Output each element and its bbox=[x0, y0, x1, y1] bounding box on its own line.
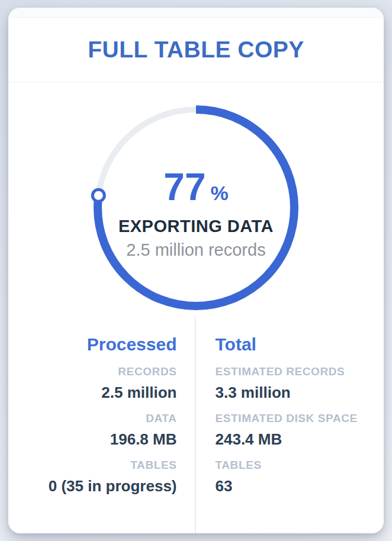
processed-column: Processed RECORDS 2.5 million DATA 196.8… bbox=[8, 316, 195, 533]
progress-records-text: 2.5 million records bbox=[126, 240, 265, 260]
progress-center-text: 77 % EXPORTING DATA 2.5 million records bbox=[83, 95, 309, 320]
processed-data-value: 196.8 MB bbox=[8, 430, 177, 449]
progress-section: 77 % EXPORTING DATA 2.5 million records bbox=[8, 82, 384, 316]
processed-tables-value: 0 (35 in progress) bbox=[8, 476, 177, 495]
total-disk-label: ESTIMATED DISK SPACE bbox=[216, 411, 384, 426]
processed-heading: Processed bbox=[8, 334, 177, 355]
card-header: FULL TABLE COPY bbox=[8, 18, 384, 82]
total-records-label: ESTIMATED RECORDS bbox=[216, 365, 384, 379]
stats-section: Processed RECORDS 2.5 million DATA 196.8… bbox=[8, 316, 384, 533]
total-disk-value: 243.4 MB bbox=[216, 430, 384, 449]
progress-status-text: EXPORTING DATA bbox=[118, 216, 274, 236]
total-records-value: 3.3 million bbox=[216, 383, 384, 402]
percent-row: 77 % bbox=[163, 168, 228, 212]
processed-tables-label: TABLES bbox=[8, 458, 177, 472]
processed-records-value: 2.5 million bbox=[8, 383, 177, 402]
percent-sign: % bbox=[210, 173, 228, 212]
total-column: Total ESTIMATED RECORDS 3.3 million ESTI… bbox=[195, 316, 384, 533]
page-title: FULL TABLE COPY bbox=[88, 37, 304, 63]
processed-records-label: RECORDS bbox=[8, 365, 177, 379]
full-table-copy-card: FULL TABLE COPY 77 % EXPORTING DATA 2.5 … bbox=[8, 8, 384, 533]
total-heading: Total bbox=[216, 334, 384, 355]
card-top-strip bbox=[8, 8, 384, 18]
processed-data-label: DATA bbox=[8, 411, 177, 426]
total-tables-label: TABLES bbox=[216, 458, 384, 472]
total-tables-value: 63 bbox=[216, 476, 384, 495]
progress-donut: 77 % EXPORTING DATA 2.5 million records bbox=[83, 95, 309, 320]
percent-value: 77 bbox=[163, 168, 205, 207]
